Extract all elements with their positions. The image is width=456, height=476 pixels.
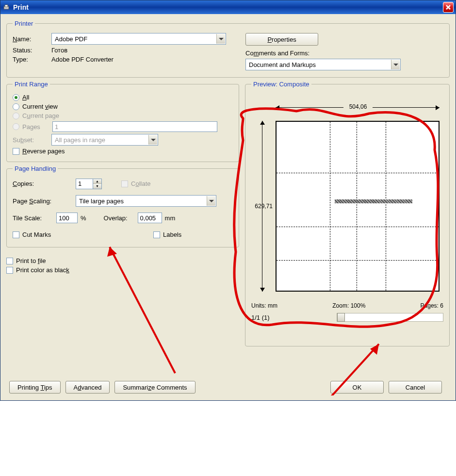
checkbox-icon — [153, 231, 160, 238]
radio-icon — [13, 103, 19, 110]
printer-name-value: Adobe PDF — [55, 35, 87, 43]
comments-label: Comments and Forms: — [245, 49, 309, 57]
titlebar: Print — [0, 0, 456, 14]
chevron-down-icon — [216, 34, 225, 44]
tilescale-input[interactable] — [56, 213, 78, 223]
radio-current-page: Current page — [13, 112, 233, 119]
print-range-group: Print Range All Current view Current pag… — [6, 81, 239, 162]
type-value: Adobe PDF Converter — [51, 56, 114, 63]
tile-divider-horizontal — [277, 173, 439, 173]
scaling-label: Page Scaling: — [13, 197, 76, 205]
scaling-select[interactable]: Tile large pages — [76, 195, 216, 207]
radio-all[interactable]: All — [13, 94, 233, 101]
printer-name-select[interactable]: Adobe PDF — [51, 33, 226, 45]
status-label: Status: — [13, 47, 51, 54]
copies-spinner[interactable]: ▲ ▼ — [76, 179, 102, 189]
preview-area: 504,06 629,71 — [251, 92, 443, 281]
print-icon — [2, 3, 10, 11]
radio-icon — [13, 113, 19, 119]
type-label: Type: — [13, 56, 51, 63]
overlap-label: Overlap: — [104, 214, 138, 222]
preview-height-label: 629,71 — [251, 121, 275, 292]
name-label: Name: — [13, 35, 51, 43]
tile-divider-vertical — [330, 122, 330, 291]
radio-icon — [13, 123, 19, 130]
center-line-vertical — [357, 122, 357, 291]
radio-icon — [13, 94, 19, 101]
cutmarks-checkbox[interactable]: Cut Marks — [13, 231, 153, 238]
chevron-down-icon — [148, 135, 157, 145]
printer-group: Printer Name: Adobe PDF Status: Готов — [6, 20, 450, 78]
subset-label: Subset: — [13, 136, 51, 144]
checkbox-icon — [6, 258, 13, 264]
tilescale-label: Tile Scale: — [13, 214, 56, 222]
comments-value: Document and Markups — [249, 61, 316, 68]
preview-legend: Preview: Composite — [251, 81, 311, 88]
reverse-checkbox[interactable]: Reverse pages — [13, 148, 233, 155]
preview-info-row: Units: mm Zoom: 100% Pages: 6 — [251, 302, 443, 309]
overlap-input[interactable] — [138, 213, 162, 223]
preview-paper — [276, 121, 440, 292]
preview-content — [335, 199, 412, 203]
pages-info: Pages: 6 — [421, 302, 443, 309]
print-color-black-checkbox[interactable]: Print color as black — [6, 266, 239, 274]
printing-tips-button[interactable]: Printing Tips — [9, 381, 61, 394]
preview-group: Preview: Composite 504,06 629,71 — [245, 81, 450, 346]
subset-value: All pages in range — [55, 136, 105, 144]
chevron-down-icon — [391, 60, 400, 69]
checkbox-icon — [6, 267, 13, 274]
units-info: Units: mm — [251, 302, 277, 309]
chevron-down-icon — [207, 196, 215, 206]
cancel-button[interactable]: Cancel — [389, 381, 442, 394]
page-slider[interactable] — [337, 313, 443, 322]
overlap-unit: mm — [165, 214, 176, 222]
ok-button[interactable]: OK — [330, 381, 384, 394]
page-indicator: 1/1 (1) — [251, 314, 270, 321]
range-legend: Print Range — [13, 81, 50, 88]
radio-pages: Pages — [13, 121, 233, 132]
slider-thumb[interactable] — [337, 313, 345, 322]
tile-divider-vertical — [386, 122, 386, 291]
pages-input — [52, 121, 217, 132]
tilescale-unit: % — [81, 214, 86, 222]
properties-button[interactable]: Properties — [245, 33, 318, 46]
spin-up-icon[interactable]: ▲ — [93, 179, 101, 184]
checkbox-icon — [13, 148, 19, 155]
zoom-info: Zoom: 100% — [332, 302, 365, 309]
scaling-value: Tile large pages — [79, 197, 124, 205]
spin-buttons[interactable]: ▲ ▼ — [93, 179, 102, 189]
print-to-file-checkbox[interactable]: Print to file — [6, 257, 239, 264]
page-handling-group: Page Handling Copies: ▲ ▼ — [6, 165, 239, 247]
window-title: Print — [13, 3, 456, 11]
checkbox-icon — [13, 231, 19, 238]
checkbox-icon — [121, 181, 128, 187]
summarize-comments-button[interactable]: Summarize Comments — [114, 381, 195, 394]
copies-input[interactable] — [76, 179, 93, 189]
print-dialog: Print Printer Name: Adobe PDF S — [0, 0, 456, 401]
collate-checkbox: Collate — [121, 180, 150, 187]
center-line-horizontal — [277, 260, 439, 261]
subset-select: All pages in range — [51, 134, 158, 146]
spin-down-icon[interactable]: ▼ — [93, 184, 101, 189]
svg-rect-1 — [5, 5, 8, 7]
close-button[interactable] — [443, 2, 454, 13]
labels-checkbox[interactable]: Labels — [153, 231, 181, 238]
dialog-body: Printer Name: Adobe PDF Status: Готов — [0, 14, 456, 400]
handling-legend: Page Handling — [13, 165, 58, 172]
radio-current-view[interactable]: Current view — [13, 103, 233, 110]
status-value: Готов — [51, 47, 67, 54]
printer-legend: Printer — [13, 20, 35, 27]
advanced-button[interactable]: Advanced — [65, 381, 110, 394]
preview-width-label: 504,06 — [343, 103, 373, 110]
copies-label: Copies: — [13, 180, 76, 187]
bottom-button-row: Printing Tips Advanced Summarize Comment… — [9, 381, 447, 394]
comments-select[interactable]: Document and Markups — [245, 59, 401, 70]
tile-divider-horizontal — [277, 227, 439, 227]
